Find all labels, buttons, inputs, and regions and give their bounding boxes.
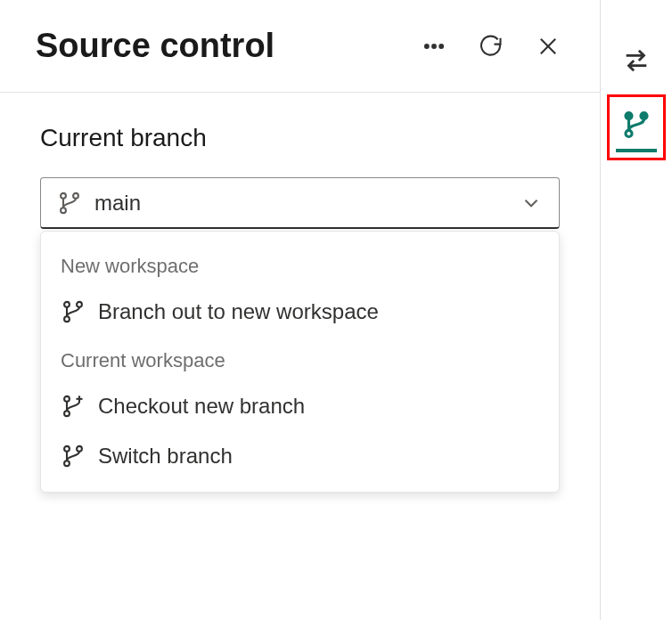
more-horizontal-icon (422, 34, 447, 59)
panel-content: Current branch main New workspace (0, 93, 600, 260)
svg-point-9 (64, 316, 70, 322)
swap-arrows-icon (621, 45, 652, 76)
panel-title: Source control (36, 27, 275, 65)
rail-swap-button[interactable] (610, 34, 663, 87)
svg-point-11 (64, 396, 70, 402)
svg-point-12 (64, 411, 70, 416)
panel-header: Source control (0, 0, 600, 93)
branch-icon (61, 299, 86, 324)
source-control-panel: Source control (0, 0, 601, 620)
svg-point-18 (626, 113, 632, 119)
svg-point-0 (425, 45, 429, 48)
branch-dropdown: main New workspace Branch out to new wor… (40, 177, 560, 229)
more-options-button[interactable] (418, 30, 450, 62)
svg-point-15 (64, 446, 70, 452)
current-branch-label: Current branch (40, 124, 560, 152)
menu-group-current-workspace: Current workspace (41, 337, 559, 381)
menu-item-label: Branch out to new workspace (98, 299, 379, 324)
menu-item-label: Switch branch (98, 444, 233, 469)
rail-source-control-button[interactable] (610, 110, 663, 140)
refresh-icon (479, 34, 504, 59)
svg-point-6 (61, 208, 66, 213)
right-rail (601, 0, 672, 620)
header-actions (418, 30, 564, 62)
svg-point-8 (64, 302, 70, 307)
refresh-button[interactable] (475, 30, 507, 62)
branch-plus-icon (61, 394, 86, 419)
chevron-down-icon (520, 192, 543, 215)
svg-point-20 (641, 113, 647, 119)
close-button[interactable] (532, 30, 564, 62)
branch-dropdown-menu: New workspace Branch out to new workspac… (40, 231, 560, 493)
svg-point-19 (626, 130, 632, 136)
menu-item-label: Checkout new branch (98, 394, 305, 419)
close-icon (536, 34, 561, 59)
svg-point-1 (432, 45, 436, 48)
menu-item-switch-branch[interactable]: Switch branch (41, 431, 559, 481)
svg-point-17 (77, 446, 82, 452)
svg-point-10 (77, 302, 82, 307)
selected-branch-name: main (94, 191, 507, 216)
menu-group-new-workspace: New workspace (41, 242, 559, 287)
svg-point-7 (73, 192, 78, 198)
svg-point-5 (61, 192, 66, 198)
svg-point-2 (439, 45, 443, 48)
menu-item-checkout-new-branch[interactable]: Checkout new branch (41, 381, 559, 431)
svg-point-16 (64, 461, 70, 466)
rail-active-underline (616, 149, 657, 152)
git-branch-icon (621, 110, 652, 140)
branch-icon (57, 191, 82, 216)
rail-source-control-highlight (607, 94, 666, 160)
menu-item-branch-out[interactable]: Branch out to new workspace (41, 287, 559, 337)
branch-dropdown-trigger[interactable]: main (40, 177, 560, 229)
branch-icon (61, 444, 86, 469)
